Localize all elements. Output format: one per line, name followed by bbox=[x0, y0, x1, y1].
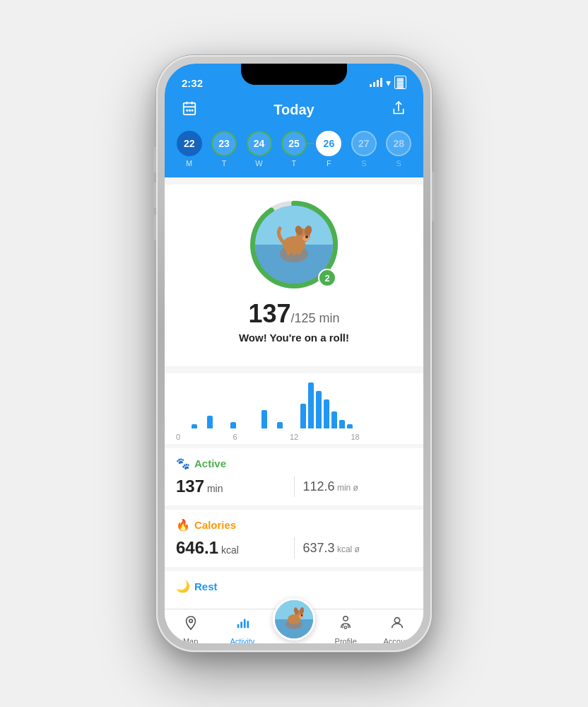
rest-stat-header: 🌙 Rest bbox=[176, 580, 412, 593]
calories-label: Calories bbox=[194, 519, 236, 531]
svg-point-21 bbox=[189, 619, 192, 623]
chart-bar-16 bbox=[300, 404, 306, 428]
nav-profile-label: Profile bbox=[335, 637, 357, 643]
svg-rect-23 bbox=[240, 621, 242, 628]
active-value: 137 min bbox=[176, 477, 286, 496]
active-stat-values: 137 min 112.6 min ø bbox=[176, 476, 412, 497]
svg-point-34 bbox=[301, 614, 302, 616]
profile-icon bbox=[338, 615, 353, 635]
svg-point-36 bbox=[395, 618, 400, 623]
account-icon bbox=[389, 615, 405, 635]
calories-stat-card[interactable]: 🔥 Calories 646.1 kcal 637.3 kcal ø bbox=[165, 510, 423, 567]
calendar-icon[interactable] bbox=[179, 100, 200, 119]
calories-avg: 637.3 kcal ø bbox=[303, 541, 413, 556]
active-avg: 112.6 min ø bbox=[303, 479, 413, 494]
chart-label-6: 6 bbox=[233, 433, 237, 441]
svg-rect-6 bbox=[192, 110, 194, 112]
page-title: Today bbox=[200, 102, 388, 118]
content-area: 2 137/125 min Wow! You're on a roll! 0 6… bbox=[165, 177, 423, 609]
chart-bar-2 bbox=[192, 424, 197, 428]
date-day-sat: S bbox=[361, 159, 366, 168]
status-bar: 2:32 ▾ ▓ bbox=[165, 64, 423, 95]
date-day-thu: T bbox=[292, 159, 297, 168]
nav-profile[interactable]: Profile bbox=[320, 615, 372, 643]
chart-bar-22 bbox=[347, 424, 353, 428]
active-stat-card[interactable]: 🐾 Active 137 min 112.6 min ø bbox=[165, 448, 423, 506]
nav-activity-label: Activity bbox=[230, 637, 254, 643]
calories-stat-values: 646.1 kcal 637.3 kcal ø bbox=[176, 537, 412, 559]
date-item-tue[interactable]: 23 T bbox=[211, 131, 237, 168]
date-circle-23: 23 bbox=[211, 131, 237, 156]
nav-account-label: Account bbox=[384, 637, 412, 643]
status-icons: ▾ ▓ bbox=[370, 76, 406, 89]
date-item-thu[interactable]: 25 T bbox=[281, 131, 307, 168]
active-stat-header: 🐾 Active bbox=[176, 457, 412, 470]
bottom-navigation: Map Activity bbox=[165, 609, 423, 643]
phone-frame: 2:32 ▾ ▓ bbox=[156, 55, 432, 652]
svg-rect-25 bbox=[247, 621, 249, 628]
svg-rect-5 bbox=[189, 110, 191, 112]
chart-bar-7 bbox=[230, 422, 236, 428]
motivation-text: Wow! You're on a roll! bbox=[239, 332, 349, 344]
svg-point-17 bbox=[305, 235, 308, 238]
chart-bar-17 bbox=[308, 382, 314, 428]
app-header: Today bbox=[165, 95, 423, 128]
nav-map-label: Map bbox=[183, 637, 198, 643]
chart-axis-labels: 0 6 12 18 bbox=[176, 430, 412, 441]
rest-label: Rest bbox=[194, 580, 218, 592]
date-item-fri[interactable]: 26 F bbox=[316, 131, 341, 168]
nav-activity[interactable]: Activity bbox=[216, 615, 268, 643]
nav-map[interactable]: Map bbox=[165, 615, 216, 643]
svg-rect-19 bbox=[293, 250, 296, 255]
svg-rect-0 bbox=[184, 103, 196, 115]
share-icon[interactable] bbox=[388, 100, 409, 119]
chart-bar-19 bbox=[324, 399, 329, 428]
date-day-mon: M bbox=[186, 159, 192, 168]
date-item-wed[interactable]: 24 W bbox=[247, 131, 272, 168]
date-item-sat[interactable]: 27 S bbox=[351, 131, 377, 168]
date-item-sun[interactable]: 28 S bbox=[386, 131, 411, 168]
profile-section: 2 137/125 min Wow! You're on a roll! bbox=[165, 185, 423, 366]
status-time: 2:32 bbox=[182, 77, 203, 89]
calories-icon: 🔥 bbox=[176, 518, 190, 532]
svg-rect-22 bbox=[237, 624, 239, 629]
active-icon: 🐾 bbox=[176, 457, 190, 470]
date-day-fri: F bbox=[327, 159, 331, 168]
nav-center-avatar[interactable] bbox=[268, 598, 319, 641]
calories-divider bbox=[294, 537, 295, 559]
svg-rect-24 bbox=[244, 619, 246, 629]
date-day-tue: T bbox=[222, 159, 227, 168]
center-avatar-image bbox=[273, 598, 315, 641]
date-day-wed: W bbox=[255, 159, 262, 168]
battery-icon: ▓ bbox=[394, 76, 406, 89]
calories-value: 646.1 kcal bbox=[176, 538, 286, 558]
calories-stat-header: 🔥 Calories bbox=[176, 518, 412, 532]
chart-bar-21 bbox=[339, 420, 345, 428]
svg-rect-20 bbox=[298, 250, 301, 255]
signal-icon bbox=[370, 78, 382, 87]
chart-bar-18 bbox=[316, 391, 322, 428]
activity-icon bbox=[235, 615, 250, 635]
minutes-display: 137/125 min bbox=[248, 299, 339, 329]
date-circle-28: 28 bbox=[386, 131, 411, 156]
chart-label-12: 12 bbox=[290, 433, 298, 441]
achievement-badge: 2 bbox=[318, 269, 336, 287]
nav-account[interactable]: Account bbox=[372, 615, 423, 643]
date-circle-26: 26 bbox=[316, 131, 341, 156]
activity-chart: 0 6 12 18 bbox=[165, 373, 423, 444]
chart-label-18: 18 bbox=[351, 433, 359, 441]
minutes-goal: /125 min bbox=[291, 311, 340, 325]
date-row: 22 M 23 T 24 W 25 T 2 bbox=[165, 128, 423, 177]
chart-bars bbox=[176, 380, 412, 430]
svg-rect-18 bbox=[287, 250, 290, 255]
chart-bar-20 bbox=[331, 411, 337, 428]
date-item-mon[interactable]: 22 M bbox=[177, 131, 202, 168]
stat-divider bbox=[294, 476, 295, 497]
notch bbox=[241, 64, 347, 85]
date-day-sun: S bbox=[396, 159, 401, 168]
phone-screen: 2:32 ▾ ▓ bbox=[165, 64, 423, 643]
chart-label-0: 0 bbox=[176, 433, 180, 441]
date-circle-22: 22 bbox=[177, 131, 202, 156]
active-label: Active bbox=[194, 457, 226, 469]
activity-ring: 2 bbox=[248, 199, 340, 291]
